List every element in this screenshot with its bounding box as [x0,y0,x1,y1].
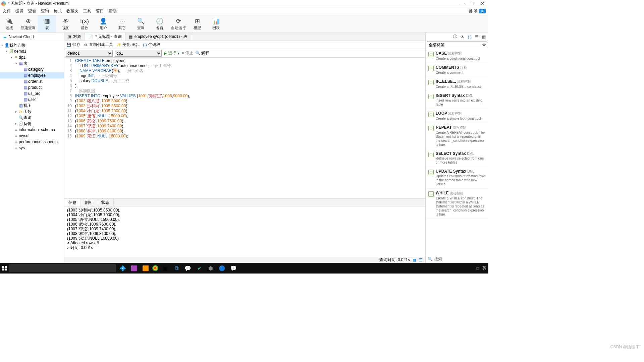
form-view-icon[interactable]: ☰ [419,258,423,262]
windows-taskbar[interactable]: 💠 🟪 🟧 ▣ ⧉ 💬 ✔ ⬢ 🔵 💬 □英 [0,263,488,274]
tree-item-表[interactable]: ▾▦表 [0,60,64,66]
menu-item[interactable]: 文件 [3,8,11,14]
sql-editor[interactable]: 12345678910111213141516 CREATE TABLE emp… [64,58,425,198]
code-snippet-button[interactable]: ( )代码段 [143,42,160,48]
toolbar-图表[interactable]: 📊图表 [207,15,225,33]
stop-button[interactable]: ■ 停止 [181,50,193,56]
tree-item-category[interactable]: ▦category [0,66,64,72]
task-icon[interactable]: 💬 [183,263,193,273]
task-icon[interactable]: ⧉ [172,263,181,273]
editor-tab[interactable]: ▦employee @dp1 (demo1) - 表 [125,33,191,41]
braces-icon[interactable]: ( ) [468,35,472,39]
editor-tab[interactable]: ⊞对象 [64,33,85,41]
toolbar-新建查询[interactable]: ⊕新建查询 [19,15,38,33]
explain-button[interactable]: 🔍 解释 [195,50,209,56]
tree-item-user[interactable]: ▦user [0,97,64,103]
notification-badge[interactable]: 18 [479,9,486,13]
tree-item-us_pro[interactable]: ▦us_pro [0,90,64,97]
menubar: 文件编辑查看查询格式收藏夹工具窗口帮助 键 汤 18 [0,7,488,15]
tree-item-函数[interactable]: ▸fx函数 [0,109,64,115]
toolbar-用户[interactable]: 👤用户 [94,15,113,33]
snippet-item[interactable]: ( )REPEAT 流程控制Create A REPEAT construct.… [426,123,488,149]
tree-item-sys[interactable]: ≡sys [0,145,64,151]
eye-icon[interactable]: 👁 [461,35,465,39]
snippet-item[interactable]: ( )COMMENTS 注释Create a comment [426,63,488,77]
menu-item[interactable]: 格式 [54,8,62,14]
toolbar-视图[interactable]: 👁视图 [56,15,75,33]
toolbar-备份[interactable]: 🕘备份 [150,15,169,33]
result-tab-信息[interactable]: 信息 [64,199,81,206]
toolbar-自动运行[interactable]: ⟳自动运行 [169,15,188,33]
navicat-cloud-button[interactable]: ☁ Navicat Cloud [0,33,64,41]
tree-item-我的连接[interactable]: ▾👤我的连接 [0,42,64,48]
toolbar-其它[interactable]: ⋯其它 [113,15,131,33]
snippet-item[interactable]: ( )CASE 流程控制Create a conditional constru… [426,49,488,63]
snippet-filter-select[interactable]: 全部标签 [427,42,487,48]
tree-item-product[interactable]: ▦product [0,84,64,90]
menu-item[interactable]: 收藏夹 [66,8,78,14]
toolbar-函数[interactable]: f(x)函数 [75,15,94,33]
task-icon[interactable]: 💬 [229,263,238,273]
snippet-item[interactable]: ( )SELECT Syntax DMLRetrieve rows select… [426,149,488,167]
editor-tab[interactable]: 📄* 无标题 - 查询 [85,33,125,41]
menu-item[interactable]: 查看 [28,8,36,14]
connection-select[interactable]: demo1 [66,50,113,57]
menu-item[interactable]: 帮助 [109,8,117,14]
tree-item-mysql[interactable]: ≡mysql [0,133,64,139]
query-builder-button[interactable]: 🛠查询创建工具 [84,42,113,48]
snippet-item[interactable]: ( )WHILE 流程控制Create a WHILE construct. T… [426,189,488,219]
snippet-item[interactable]: ( )IF...ELSE... 流程控制Create a IF...ELSE..… [426,77,488,91]
tree-item-orderlist[interactable]: ▦orderlist [0,78,64,84]
task-icon[interactable]: ⬢ [206,263,215,273]
tree-item-dp1[interactable]: ▾≡dp1 [0,54,64,60]
result-tab-剖析[interactable]: 剖析 [81,199,97,206]
tree-item-employee[interactable]: ▦employee [0,72,64,78]
task-icon[interactable] [152,265,158,271]
toolbar-label: 视图 [62,25,69,31]
minimize-button[interactable]: — [460,1,465,6]
snippet-item[interactable]: ( )UPDATE Syntax DMLUpdates columns of e… [426,167,488,189]
close-button[interactable]: ✕ [481,1,484,6]
save-button[interactable]: 💾保存 [66,42,80,48]
task-icon[interactable]: 🟧 [141,263,150,273]
tree-item-视图[interactable]: ▦视图 [0,103,64,109]
grid-view-icon[interactable]: ▦ [413,258,416,262]
menu-item[interactable]: 查询 [41,8,49,14]
toolbar-查询[interactable]: 🔍查询 [131,15,150,33]
task-icon[interactable]: ▣ [160,263,170,273]
save-icon: 💾 [66,43,71,47]
snippet-search-input[interactable] [434,257,486,261]
start-button[interactable] [2,266,7,270]
task-icon[interactable]: 💠 [118,263,127,273]
grid-icon[interactable]: ▦ [482,35,486,39]
result-tab-状态[interactable]: 状态 [97,199,114,206]
info-icon[interactable]: ⓘ [453,34,457,40]
snippet-item[interactable]: ( )INSERT Syntax DMLInsert new rows into… [426,91,488,109]
beautify-sql-button[interactable]: ✨美化 SQL [116,42,140,48]
toolbar-连接[interactable]: 🔌连接 [0,15,19,33]
menu-item[interactable]: 工具 [83,8,91,14]
tree-item-information_schema[interactable]: ≡information_schema [0,127,64,133]
task-icon[interactable]: 🟪 [129,263,139,273]
taskbar-search[interactable] [9,264,116,272]
task-icon[interactable]: ✔ [195,263,204,273]
list-icon[interactable]: ☰ [475,35,479,39]
tree-item-demo1[interactable]: ▾🗄demo1 [0,48,64,54]
menu-item[interactable]: 窗口 [96,8,104,14]
task-icon[interactable]: 🔵 [217,263,227,273]
maximize-button[interactable]: ☐ [471,1,475,6]
system-tray[interactable]: □英 [477,265,486,271]
toolbar-模型[interactable]: ⊞模型 [188,15,207,33]
snippet-item[interactable]: ( )LOOP 流程控制Create a simple loop constru… [426,109,488,123]
tree-item-备份[interactable]: ▸🕘备份 [0,121,64,127]
tree-item-performance_schema[interactable]: ≡performance_schema [0,139,64,145]
braces-icon: ( ) [143,43,147,47]
snippet-icon: ( ) [428,170,434,175]
code-area[interactable]: CREATE TABLE employee( id INT PRIMARY KE… [74,58,425,198]
user-label[interactable]: 键 汤 [469,9,478,13]
database-select[interactable]: dp1 [115,50,162,57]
tree-item-查询[interactable]: 🔍查询 [0,115,64,121]
menu-item[interactable]: 编辑 [15,8,23,14]
run-button[interactable]: ▶ 运行 ▾ [164,50,179,56]
toolbar-表[interactable]: ▦表 [38,15,56,33]
